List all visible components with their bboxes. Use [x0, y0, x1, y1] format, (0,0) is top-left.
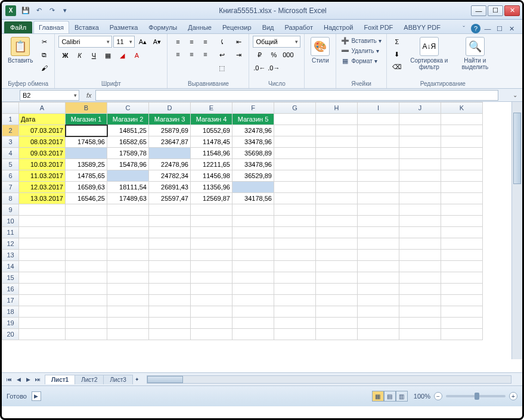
cell[interactable] [274, 272, 316, 284]
col-header[interactable]: A [19, 102, 66, 114]
cell[interactable] [358, 204, 399, 216]
ribbon-tab-разметка[interactable]: Разметка [104, 21, 144, 33]
align-right-button[interactable]: ≡ [199, 48, 212, 60]
cell[interactable] [316, 295, 358, 306]
cell[interactable] [358, 306, 399, 318]
cell[interactable] [274, 159, 316, 170]
cell[interactable] [316, 318, 358, 329]
cell[interactable]: 13589,25 [66, 159, 107, 170]
ribbon-tab-вид[interactable]: Вид [257, 21, 280, 33]
ribbon-tab-данные[interactable]: Данные [182, 21, 217, 33]
cell[interactable] [316, 114, 358, 125]
font-name-combo[interactable]: Calibri [58, 36, 112, 48]
cell[interactable]: 10552,69 [191, 125, 232, 136]
cell[interactable] [274, 261, 316, 272]
cell[interactable] [107, 329, 149, 340]
cell[interactable] [19, 272, 66, 284]
cell[interactable] [441, 136, 483, 148]
fill-color-button[interactable]: ◢ [116, 49, 129, 61]
cell[interactable] [19, 204, 66, 216]
cell[interactable] [316, 204, 358, 216]
cell[interactable] [232, 238, 274, 250]
cell[interactable]: 17489,63 [107, 193, 149, 204]
cell[interactable] [358, 170, 399, 182]
cell[interactable]: 12569,87 [191, 193, 232, 204]
close-button[interactable]: ✕ [504, 5, 520, 16]
cell[interactable] [232, 284, 274, 295]
cell[interactable] [232, 250, 274, 261]
sheet-nav-prev[interactable]: ◀ [14, 375, 23, 384]
cell[interactable] [274, 238, 316, 250]
cell[interactable] [441, 227, 483, 238]
cell[interactable] [19, 318, 66, 329]
cell[interactable]: 33478,96 [232, 159, 274, 170]
cell[interactable]: 14851,25 [107, 125, 149, 136]
align-top-button[interactable]: ≡ [171, 36, 184, 48]
cell[interactable]: 08.03.2017 [19, 136, 66, 148]
cell[interactable] [274, 204, 316, 216]
cell[interactable]: 11548,96 [191, 148, 232, 159]
italic-button[interactable]: К [73, 49, 86, 61]
cell[interactable] [19, 306, 66, 318]
sheet-nav-next[interactable]: ▶ [23, 375, 33, 384]
cell[interactable] [399, 318, 441, 329]
cell[interactable] [399, 306, 441, 318]
cell[interactable] [316, 284, 358, 295]
row-header[interactable]: 7 [2, 182, 19, 193]
sort-filter-button[interactable]: A↓Я Сортировка и фильтр [406, 36, 452, 71]
col-header[interactable]: K [441, 102, 483, 114]
cell[interactable]: Дата [19, 114, 66, 125]
cell[interactable] [232, 306, 274, 318]
doc-restore-icon[interactable]: ☐ [495, 24, 504, 33]
row-header[interactable]: 17 [2, 295, 19, 306]
underline-button[interactable]: Ч [87, 49, 100, 61]
cell[interactable] [19, 329, 66, 340]
cell[interactable] [399, 295, 441, 306]
cell[interactable] [274, 193, 316, 204]
cell[interactable] [358, 125, 399, 136]
increase-indent-button[interactable]: ⇥ [232, 49, 245, 61]
cell[interactable] [107, 250, 149, 261]
cell[interactable]: 33478,96 [232, 136, 274, 148]
row-header[interactable]: 20 [2, 329, 19, 340]
bold-button[interactable]: Ж [58, 49, 72, 61]
cell[interactable] [358, 238, 399, 250]
cell[interactable] [66, 284, 107, 295]
cell[interactable] [358, 148, 399, 159]
ribbon-tab-надстрой[interactable]: Надстрой [318, 21, 358, 33]
decrease-indent-button[interactable]: ⇤ [232, 36, 245, 48]
cell[interactable] [66, 261, 107, 272]
cell[interactable]: 11.03.2017 [19, 170, 66, 182]
cell[interactable] [399, 193, 441, 204]
cell[interactable] [191, 227, 232, 238]
cell[interactable] [107, 272, 149, 284]
cell[interactable] [107, 306, 149, 318]
cell[interactable] [107, 204, 149, 216]
col-header[interactable]: B [66, 102, 107, 114]
cell[interactable] [232, 295, 274, 306]
cell[interactable] [316, 125, 358, 136]
view-layout-button[interactable]: ▤ [384, 391, 396, 402]
view-pagebreak-button[interactable]: ▥ [396, 391, 408, 402]
cell[interactable] [232, 329, 274, 340]
wrap-text-button[interactable]: ↩ [215, 49, 228, 61]
cell[interactable] [149, 306, 191, 318]
ribbon-tab-рецензир[interactable]: Рецензир [217, 21, 257, 33]
orientation-button[interactable]: ⤹ [215, 36, 228, 48]
formula-bar-expand-icon[interactable]: ⌄ [510, 92, 520, 98]
cell[interactable] [232, 227, 274, 238]
cell[interactable]: Магазин 2 [107, 114, 149, 125]
fill-button[interactable]: ⬇ [390, 48, 404, 60]
cell[interactable] [191, 329, 232, 340]
font-size-combo[interactable]: 11 [113, 36, 135, 48]
cell[interactable] [66, 318, 107, 329]
cell[interactable] [316, 272, 358, 284]
cell[interactable] [107, 261, 149, 272]
cell[interactable] [149, 318, 191, 329]
cells-format-button[interactable]: ▦Формат▾ [340, 56, 382, 66]
col-header[interactable]: I [358, 102, 399, 114]
cell[interactable] [358, 182, 399, 193]
cell[interactable] [399, 114, 441, 125]
cell[interactable]: 17458,96 [66, 136, 107, 148]
cell[interactable] [232, 272, 274, 284]
